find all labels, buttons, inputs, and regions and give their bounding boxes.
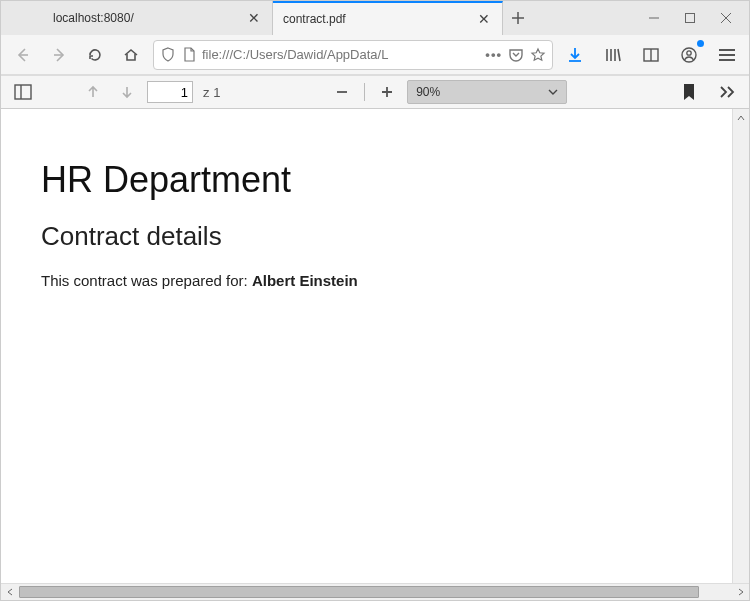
pdf-toolbar-right: [675, 78, 741, 106]
chevron-down-icon: [548, 87, 558, 97]
menu-button[interactable]: [713, 41, 741, 69]
plus-icon: [380, 85, 394, 99]
new-tab-button[interactable]: [503, 1, 533, 35]
page-actions-icon[interactable]: •••: [485, 47, 502, 62]
maximize-icon: [684, 12, 696, 24]
minus-icon: [335, 85, 349, 99]
scroll-thumb[interactable]: [19, 586, 699, 598]
back-button[interactable]: [9, 41, 37, 69]
zoom-in-button[interactable]: [373, 78, 401, 106]
close-icon[interactable]: ✕: [246, 11, 262, 25]
horizontal-scrollbar[interactable]: [1, 583, 749, 600]
page-count-prefix: z: [203, 85, 210, 100]
forward-button[interactable]: [45, 41, 73, 69]
minimize-button[interactable]: [637, 4, 671, 32]
pocket-icon[interactable]: [508, 47, 524, 63]
toolbar-right: [561, 41, 741, 69]
arrow-right-icon: [50, 46, 68, 64]
zoom-value: 90%: [416, 85, 440, 99]
downloads-button[interactable]: [561, 41, 589, 69]
library-button[interactable]: [599, 41, 627, 69]
document-icon: [182, 47, 196, 63]
library-icon: [604, 46, 622, 64]
document-viewport[interactable]: HR Department Contract details This cont…: [1, 109, 749, 583]
tab-localhost[interactable]: localhost:8080/ ✕: [43, 1, 273, 35]
shield-icon[interactable]: [160, 47, 176, 63]
tab-label: contract.pdf: [283, 12, 476, 26]
prev-page-button[interactable]: [79, 78, 107, 106]
chevrons-right-icon: [719, 85, 735, 99]
maximize-button[interactable]: [673, 4, 707, 32]
plus-icon: [511, 11, 525, 25]
tab-contract-pdf[interactable]: contract.pdf ✕: [273, 1, 503, 35]
sidebar-icon: [642, 46, 660, 64]
divider: [364, 83, 365, 101]
scroll-up-arrow-icon[interactable]: [733, 109, 749, 126]
close-window-button[interactable]: [709, 4, 743, 32]
zoom-controls: 90%: [328, 78, 567, 106]
close-icon[interactable]: ✕: [476, 12, 492, 26]
tab-label: localhost:8080/: [53, 11, 246, 25]
doc-heading-2: Contract details: [41, 221, 689, 252]
pdf-document: HR Department Contract details This cont…: [41, 159, 689, 289]
profile-button[interactable]: [675, 41, 703, 69]
pdf-toolbar: z 1 90%: [1, 75, 749, 109]
bookmark-button[interactable]: [675, 78, 703, 106]
scroll-left-arrow-icon[interactable]: [1, 584, 18, 600]
content-area: HR Department Contract details This cont…: [1, 109, 749, 600]
zoom-out-button[interactable]: [328, 78, 356, 106]
profile-icon: [680, 46, 698, 64]
svg-point-3: [687, 50, 691, 54]
sidebar-toggle-button[interactable]: [637, 41, 665, 69]
url-text: file:///C:/Users/Dawid/AppData/L: [202, 47, 479, 62]
panel-icon: [14, 84, 32, 100]
svg-rect-4: [15, 85, 31, 99]
doc-para-text: This contract was prepared for:: [41, 272, 252, 289]
home-icon: [122, 46, 140, 64]
scroll-right-arrow-icon[interactable]: [732, 584, 749, 600]
browser-window: localhost:8080/ ✕ contract.pdf ✕: [0, 0, 750, 601]
close-icon: [720, 12, 732, 24]
window-controls: [533, 1, 749, 35]
nav-toolbar: file:///C:/Users/Dawid/AppData/L •••: [1, 35, 749, 75]
hamburger-icon: [719, 49, 735, 61]
page-number-input[interactable]: [147, 81, 193, 103]
arrow-down-icon: [120, 85, 134, 99]
zoom-select[interactable]: 90%: [407, 80, 567, 104]
tab-strip-spacer: [1, 1, 43, 35]
more-tools-button[interactable]: [713, 78, 741, 106]
doc-para-name: Albert Einstein: [252, 272, 358, 289]
sidebar-panel-button[interactable]: [9, 78, 37, 106]
doc-heading-1: HR Department: [41, 159, 689, 201]
bookmark-star-icon[interactable]: [530, 47, 546, 63]
download-icon: [566, 46, 584, 64]
vertical-scrollbar[interactable]: [732, 109, 749, 583]
arrow-up-icon: [86, 85, 100, 99]
doc-paragraph: This contract was prepared for: Albert E…: [41, 272, 689, 289]
next-page-button[interactable]: [113, 78, 141, 106]
tab-strip: localhost:8080/ ✕ contract.pdf ✕: [1, 1, 749, 35]
reload-icon: [86, 46, 104, 64]
arrow-left-icon: [14, 46, 32, 64]
svg-rect-0: [686, 14, 695, 23]
url-bar[interactable]: file:///C:/Users/Dawid/AppData/L •••: [153, 40, 553, 70]
minimize-icon: [648, 12, 660, 24]
bookmark-icon: [682, 83, 696, 101]
home-button[interactable]: [117, 41, 145, 69]
reload-button[interactable]: [81, 41, 109, 69]
page-count-label: z 1: [203, 85, 220, 100]
page-count-value: 1: [213, 85, 220, 100]
